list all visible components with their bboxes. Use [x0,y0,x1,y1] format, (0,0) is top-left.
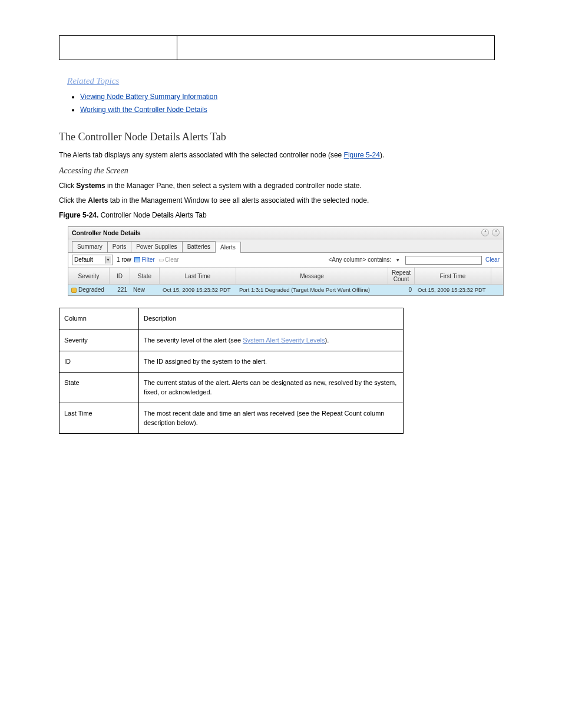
step-1: Click Systems in the Manager Pane, then … [59,181,503,191]
def-row-lasttime: Last Time The most recent date and time … [59,403,404,434]
col-message[interactable]: Message [236,268,388,284]
def-row-header: Column Description [59,308,404,330]
chevron-down-icon: ▼ [105,256,111,263]
severity-levels-link[interactable]: System Alert Severity Levels [243,337,325,344]
figure-caption: Figure 5-24. Controller Node Details Ale… [59,210,503,220]
panel-tabstrip: Summary Ports Power Supplies Batteries A… [68,239,503,253]
col-repeat[interactable]: Repeat Count [388,268,415,284]
alerts-tab-paragraph: The Alerts tab displays any system alert… [59,150,503,160]
col-severity[interactable]: Severity [68,268,110,284]
collapse-up-icon[interactable]: ˄ [481,229,489,236]
panel-toolbar: Default ▼ 1 row Filter ▭ Clear <Any colu… [68,253,503,267]
column-definitions-table: Column Description Severity The severity… [59,308,404,434]
col-id[interactable]: ID [110,268,130,284]
col-spacer [491,268,503,284]
top-table-left [59,36,177,60]
clear-filter-button[interactable]: ▭ Clear [158,256,179,264]
collapse-down-icon[interactable]: ˅ [492,229,500,236]
table-row[interactable]: Degraded 221 New Oct 15, 2009 15:23:32 P… [68,285,503,295]
tab-power-supplies[interactable]: Power Supplies [131,241,182,252]
related-topics-list: Viewing Node Battery Summary Information… [80,92,503,115]
filter-icon [134,257,140,263]
panel-titlebar: Controller Node Details ˄ ˅ [68,227,503,240]
accessing-heading: Accessing the Screen [59,165,503,177]
severity-degraded-icon [71,288,77,293]
col-first-time[interactable]: First Time [415,268,491,284]
related-link-2[interactable]: Working with the Controller Node Details [80,105,503,115]
def-row-id: ID The ID assigned by the system to the … [59,351,404,373]
any-column-label: <Any column> contains: [328,256,391,264]
controller-node-details-panel: Controller Node Details ˄ ˅ Summary Port… [68,226,504,297]
top-table-right [177,36,495,60]
clear-link[interactable]: Clear [485,256,500,264]
alerts-tab-heading: The Controller Node Details Alerts Tab [59,130,503,144]
grid-header-row: Severity ID State Last Time Message Repe… [68,267,503,285]
filter-button[interactable]: Filter [134,256,154,264]
view-select[interactable]: Default ▼ [72,255,113,265]
filter-text-input[interactable] [405,256,482,265]
def-row-severity: Severity The severity level of the alert… [59,330,404,351]
tab-ports[interactable]: Ports [107,241,131,252]
step-2: Click the Alerts tab in the Management W… [59,196,503,206]
related-link-1[interactable]: Viewing Node Battery Summary Information [80,92,503,102]
tab-batteries[interactable]: Batteries [182,241,216,252]
tab-summary[interactable]: Summary [72,241,108,252]
top-summary-table [59,35,495,60]
row-count: 1 row [117,256,131,264]
figure-ref-link[interactable]: Figure 5-24 [344,151,380,159]
eraser-icon: ▭ [158,256,164,264]
panel-title: Controller Node Details [72,229,141,238]
related-topics-heading: Related Topics [67,75,503,87]
dropdown-arrow-icon[interactable]: ▼ [395,257,400,263]
col-state[interactable]: State [130,268,160,284]
def-row-state: State The current status of the alert. A… [59,373,404,403]
col-last-time[interactable]: Last Time [160,268,236,284]
tab-alerts[interactable]: Alerts [215,242,241,253]
